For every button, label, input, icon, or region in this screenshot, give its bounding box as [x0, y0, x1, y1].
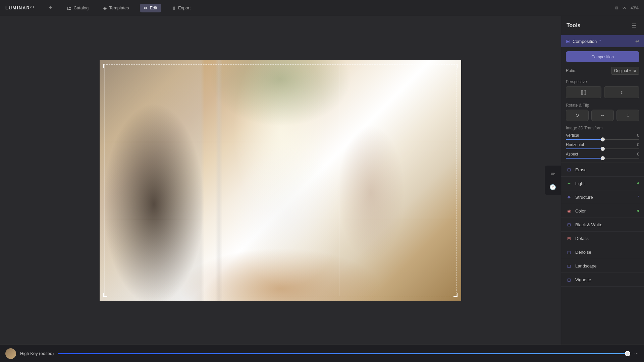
horizontal-slider-thumb[interactable]: [601, 147, 605, 151]
crop-handle-tr[interactable]: [453, 64, 458, 68]
light-icon: ✦: [566, 180, 572, 186]
tool-items-list: ⊡ Erase ✦ Light ❋ Structure " ◉ Color ⊞ …: [561, 163, 644, 287]
perspective-btn-1[interactable]: ⟦⟧: [566, 86, 601, 98]
tool-item-details[interactable]: ⊟ Details: [561, 232, 644, 245]
composition-section: ⊞ Composition " ↩ Composition Ratio: Ori…: [561, 35, 644, 163]
flip-btn-h[interactable]: ↔: [591, 110, 614, 121]
crop-handle-br[interactable]: [453, 293, 458, 297]
zoom-level: 43%: [631, 6, 639, 10]
preset-options-btn[interactable]: ···: [634, 351, 639, 357]
bottom-bar: High Key (edited) ···: [0, 345, 644, 362]
vertical-value: 0: [637, 133, 639, 138]
composition-header[interactable]: ⊞ Composition " ↩: [561, 35, 644, 47]
clock-tool-btn[interactable]: 🕐: [547, 182, 558, 192]
erase-icon: ⊡: [566, 167, 572, 173]
color-active-dot: [637, 210, 639, 212]
composition-header-left: ⊞ Composition ": [566, 39, 601, 44]
vignette-icon: ◻: [566, 277, 572, 283]
horizontal-value: 0: [637, 142, 639, 147]
photo-container: [100, 60, 461, 301]
composition-sub-title: Composition: [591, 55, 614, 59]
composition-sub-header: Composition: [566, 51, 639, 62]
tools-menu-btn[interactable]: ☰: [629, 21, 639, 30]
rotate-section: Rotate & Flip ↻ ↔ ↕: [566, 103, 639, 121]
ratio-select[interactable]: Original ▾ ⧉: [611, 67, 639, 75]
perspective-buttons: ⟦⟧ ↕: [566, 86, 639, 98]
topbar: LUMINARAI + 🗂 Catalog ◈ Templates ✏ Edit…: [0, 0, 644, 16]
composition-body: Composition Ratio: Original ▾ ⧉ Perspect…: [561, 47, 644, 163]
bw-icon: ⊞: [566, 222, 572, 228]
tool-item-erase[interactable]: ⊡ Erase: [561, 163, 644, 177]
edit-icon: ✏: [144, 5, 148, 11]
denoise-label: Denoise: [575, 250, 639, 255]
rotate-btn-cw[interactable]: ↻: [566, 110, 589, 121]
preset-slider-container: [58, 353, 630, 354]
vertical-slider-fill: [566, 139, 603, 140]
app-logo: LUMINARAI: [5, 5, 35, 10]
aspect-slider-fill: [566, 158, 603, 159]
topbar-right: 🖥 👁 43%: [614, 6, 639, 10]
catalog-icon: 🗂: [67, 5, 71, 11]
horizontal-label: Horizontal: [566, 142, 584, 147]
vignette-label: Vignette: [575, 277, 639, 282]
aspect-slider-thumb[interactable]: [601, 156, 605, 160]
tool-item-color[interactable]: ◉ Color: [561, 204, 644, 218]
tools-panel: Tools ☰ ⊞ Composition " ↩ Composition Ra…: [561, 16, 644, 345]
canvas-area: ✏ 🕐: [0, 16, 561, 345]
add-button[interactable]: +: [45, 3, 56, 13]
structure-label: Structure: [575, 195, 635, 200]
transform-section: Image 3D Transform Vertical 0: [566, 126, 639, 159]
catalog-button[interactable]: 🗂 Catalog: [63, 4, 93, 12]
details-label: Details: [575, 236, 639, 241]
crop-handle-bl[interactable]: [103, 293, 107, 297]
photo-canvas: [100, 60, 461, 301]
vertical-label: Vertical: [566, 133, 579, 138]
tool-item-landscape[interactable]: ◻ Landscape: [561, 259, 644, 273]
right-tool-icons: ✏ 🕐: [545, 166, 561, 195]
eye-icon: 👁: [623, 6, 627, 10]
light-label: Light: [575, 181, 634, 186]
tools-panel-header: Tools ☰: [561, 16, 644, 35]
denoise-icon: ◻: [566, 249, 572, 255]
main-content: ✏ 🕐 Tools ☰ ⊞ Composition " ↩ Compositio…: [0, 16, 644, 345]
light-active-dot: [637, 182, 639, 184]
preset-slider-thumb[interactable]: [625, 351, 630, 356]
rotate-label: Rotate & Flip: [566, 103, 639, 108]
export-button[interactable]: ⬆ Export: [168, 4, 195, 12]
color-label: Color: [575, 208, 634, 214]
bw-label: Black & White: [575, 222, 639, 227]
flip-btn-v[interactable]: ↕: [616, 110, 639, 121]
composition-edited-mark: ": [599, 39, 601, 43]
vertical-slider-row: Vertical 0: [566, 133, 639, 140]
crop-handle-tl[interactable]: [103, 64, 107, 68]
ratio-copy-icon: ⧉: [634, 69, 636, 73]
landscape-icon: ◻: [566, 263, 572, 269]
export-icon: ⬆: [172, 5, 176, 11]
ratio-dropdown-icon: ▾: [629, 69, 631, 73]
composition-back-btn[interactable]: ↩: [635, 39, 639, 44]
color-icon: ◉: [566, 208, 572, 214]
tool-item-black-white[interactable]: ⊞ Black & White: [561, 218, 644, 232]
aspect-value: 0: [637, 152, 639, 157]
horizontal-slider-row: Horizontal 0: [566, 142, 639, 149]
perspective-btn-2[interactable]: ↕: [604, 86, 640, 98]
tool-item-structure[interactable]: ❋ Structure ": [561, 190, 644, 204]
tool-item-vignette[interactable]: ◻ Vignette: [561, 273, 644, 287]
templates-button[interactable]: ◈ Templates: [99, 4, 133, 12]
composition-title: Composition: [573, 39, 597, 44]
tool-item-light[interactable]: ✦ Light: [561, 177, 644, 190]
perspective-label: Perspective: [566, 79, 639, 84]
aspect-slider-track[interactable]: [566, 158, 639, 159]
edit-button[interactable]: ✏ Edit: [140, 4, 161, 12]
vertical-slider-thumb[interactable]: [601, 137, 605, 141]
tool-item-denoise[interactable]: ◻ Denoise: [561, 245, 644, 259]
structure-icon: ❋: [566, 194, 572, 200]
preset-slider-track[interactable]: [58, 353, 630, 354]
templates-icon: ◈: [103, 5, 107, 11]
horizontal-slider-track[interactable]: [566, 148, 639, 149]
monitor-icon: 🖥: [614, 6, 619, 10]
vertical-slider-track[interactable]: [566, 139, 639, 140]
brush-tool-btn[interactable]: ✏: [547, 168, 558, 179]
details-icon: ⊟: [566, 235, 572, 241]
landscape-label: Landscape: [575, 263, 639, 268]
